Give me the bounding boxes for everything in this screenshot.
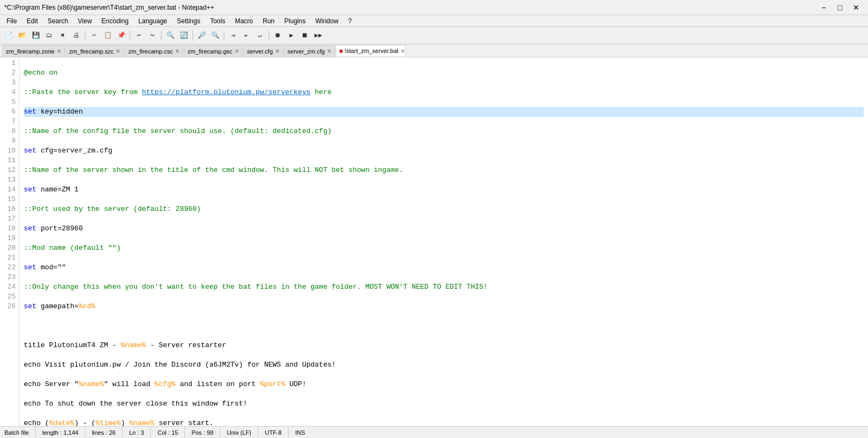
code-line-16: echo Visit plutonium.pw / Join the Disco…: [24, 360, 864, 370]
code-line-19: echo (%date%) - (%time%) %name% server s…: [24, 419, 864, 426]
tab-label: zm_firecamp.csc: [128, 48, 173, 55]
code-line-10: ::Mod name (default ""): [24, 243, 864, 253]
tb-macro-stop[interactable]: ⏹: [298, 29, 311, 42]
menu-help[interactable]: ?: [344, 15, 356, 26]
code-line-15: title PlutoniumT4 ZM - %name% - Server r…: [24, 341, 864, 350]
statusbar: Batch file length : 1,144 lines : 26 Ln …: [0, 426, 868, 438]
tab-zm-firecamp-gsc[interactable]: zm_firecamp.gsc ✕: [184, 45, 243, 57]
status-col: Col : 15: [151, 427, 185, 438]
tb-copy[interactable]: 📋: [101, 29, 114, 42]
code-line-9: set port=28960: [24, 224, 864, 234]
titlebar-controls: − □ ✕: [816, 2, 864, 13]
tb-unindent[interactable]: ⇤: [240, 29, 253, 42]
tb-replace[interactable]: 🔄: [177, 29, 190, 42]
menu-file[interactable]: File: [2, 15, 21, 26]
tb-macro-play[interactable]: ▶: [285, 29, 298, 42]
status-insert: INS: [289, 427, 311, 438]
code-line-11: set mod="": [24, 263, 864, 273]
menu-macro[interactable]: Macro: [231, 15, 257, 26]
code-line-1: @echo on: [24, 68, 864, 78]
tb-zoomout[interactable]: 🔍: [209, 29, 222, 42]
tb-sep4: [192, 30, 193, 41]
menu-run[interactable]: Run: [258, 15, 279, 26]
code-line-7: set name=ZM 1: [24, 185, 864, 195]
tb-sep1: [85, 30, 85, 41]
status-ln: Ln : 3: [123, 427, 151, 438]
code-line-12: ::Only change this when you don't want t…: [24, 282, 864, 292]
tb-cut[interactable]: ✂: [88, 29, 101, 42]
tb-sep5: [224, 30, 224, 41]
code-line-18: echo To shut down the server close this …: [24, 399, 864, 409]
maximize-button[interactable]: □: [832, 2, 847, 13]
code-area[interactable]: @echo on ::Paste the server key from htt…: [19, 57, 868, 426]
tb-sep3: [161, 30, 162, 41]
tab-label: zm_firecamp.szc: [69, 48, 114, 55]
tab-start-zm-server-bat[interactable]: ■ !start_zm_server.bat ✕: [336, 45, 406, 57]
menu-window[interactable]: Window: [311, 15, 343, 26]
tb-open[interactable]: 📂: [16, 29, 29, 42]
tb-save[interactable]: 💾: [29, 29, 42, 42]
tb-undo[interactable]: ↩: [132, 29, 145, 42]
tb-macro-rec[interactable]: ⏺: [271, 29, 284, 42]
tb-print[interactable]: 🖨: [70, 29, 83, 42]
tb-indent[interactable]: ⇥: [226, 29, 239, 42]
menu-edit[interactable]: Edit: [22, 15, 42, 26]
tb-sep2: [130, 30, 130, 41]
tab-label: !start_zm_server.bat: [345, 48, 399, 54]
tb-new[interactable]: 📄: [2, 29, 15, 42]
tb-saveall[interactable]: 🗂: [43, 29, 56, 42]
menu-view[interactable]: View: [74, 15, 96, 26]
tab-zm-firecamp-csc[interactable]: zm_firecamp.csc ✕: [124, 45, 183, 57]
tb-run[interactable]: ▶▶: [312, 29, 325, 42]
code-line-17: echo Server "%name%" will load %cfg% and…: [24, 380, 864, 389]
tab-label: zm_firecamp.gsc: [188, 48, 232, 55]
code-line-14: [24, 321, 864, 331]
tab-close-server-cfg[interactable]: ✕: [275, 48, 279, 54]
tab-zm-firecamp-zone[interactable]: zm_firecamp.zone ✕: [2, 45, 65, 57]
status-filetype: Batch file: [4, 427, 36, 438]
tab-close-zm-firecamp-szc[interactable]: ✕: [116, 48, 120, 54]
minimize-button[interactable]: −: [816, 2, 831, 13]
tb-zoomin[interactable]: 🔎: [195, 29, 208, 42]
menu-tools[interactable]: Tools: [206, 15, 230, 26]
tab-label: zm_firecamp.zone: [6, 48, 55, 55]
tab-zm-firecamp-szc[interactable]: zm_firecamp.szc ✕: [65, 45, 124, 57]
tab-close-zm-firecamp-zone[interactable]: ✕: [57, 48, 61, 54]
tab-close-start-zm-server-bat[interactable]: ✕: [400, 48, 405, 54]
menu-settings[interactable]: Settings: [172, 15, 204, 26]
tab-label: server.cfg: [247, 48, 273, 55]
tb-close[interactable]: ✖: [56, 29, 69, 42]
menu-language[interactable]: Language: [134, 15, 171, 26]
tab-close-zm-firecamp-gsc[interactable]: ✕: [235, 48, 239, 54]
menu-plugins[interactable]: Plugins: [280, 15, 310, 26]
menu-encoding[interactable]: Encoding: [97, 15, 133, 26]
tb-find[interactable]: 🔍: [164, 29, 177, 42]
tab-server-zm-cfg[interactable]: server_zm.cfg ✕: [284, 45, 335, 57]
code-line-4: ::Name of the config file the server sho…: [24, 127, 864, 136]
titlebar-title: *C:\Program Files (x86)\gameserver\T4\st…: [4, 4, 214, 11]
status-pos: Pos : 98: [185, 427, 220, 438]
menu-search[interactable]: Search: [43, 15, 72, 26]
tb-redo[interactable]: ↪: [146, 29, 159, 42]
code-line-3: set key=hidden: [24, 107, 864, 117]
toolbar: 📄 📂 💾 🗂 ✖ 🖨 ✂ 📋 📌 ↩ ↪ 🔍 🔄 🔎 🔍 ⇥ ⇤ ↵ ⏺ ▶ …: [0, 27, 868, 44]
tabbar: zm_firecamp.zone ✕ zm_firecamp.szc ✕ zm_…: [0, 44, 868, 57]
titlebar: *C:\Program Files (x86)\gameserver\T4\st…: [0, 0, 868, 15]
status-lines: lines : 26: [85, 427, 123, 438]
tab-close-server-zm-cfg[interactable]: ✕: [327, 48, 331, 54]
tab-label: server_zm.cfg: [288, 48, 325, 55]
menubar: File Edit Search View Encoding Language …: [0, 15, 868, 27]
tb-wrap[interactable]: ↵: [253, 29, 266, 42]
close-button[interactable]: ✕: [849, 2, 864, 13]
tb-paste[interactable]: 📌: [115, 29, 128, 42]
tab-server-cfg[interactable]: server.cfg ✕: [243, 45, 283, 57]
code-line-2: ::Paste the server key from https://plat…: [24, 88, 864, 97]
tb-sep6: [269, 30, 269, 41]
code-line-8: ::Port used by the server (default: 2896…: [24, 204, 864, 214]
status-encoding: UTF-8: [258, 427, 289, 438]
line-numbers: 1 2 3 4 5 6 7 8 9 10 11 12 13 14 15 16 1…: [0, 57, 19, 426]
code-line-13: set gamepath=%cd%: [24, 302, 864, 311]
tab-modified-icon: ■: [339, 48, 343, 54]
tab-close-zm-firecamp-csc[interactable]: ✕: [175, 48, 179, 54]
code-line-6: ::Name of the server shown in the title …: [24, 165, 864, 175]
